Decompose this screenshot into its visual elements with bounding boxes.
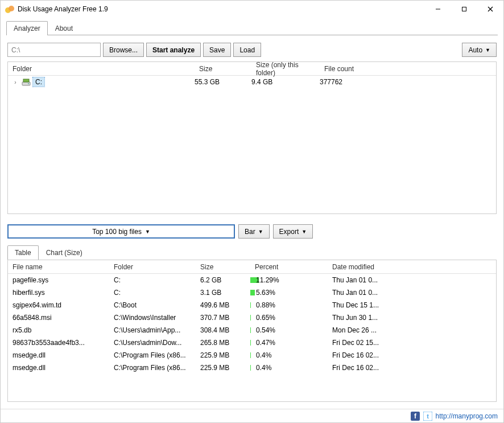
file-date: Mon Dec 26 ... [328, 326, 419, 334]
main-panel [6, 35, 498, 35]
file-row[interactable]: sgipex64.wim.tdC:\Boot499.6 MB0.88%Thu D… [8, 299, 496, 311]
file-date: Fri Dec 16 02... [328, 364, 419, 372]
tree-sizeonly: 9.4 GB [251, 78, 320, 86]
file-folder: C:\Boot [109, 301, 196, 309]
file-row[interactable]: rx5.dbC:\Users\admin\App...308.4 MB0.54%… [8, 324, 496, 336]
auto-dropdown[interactable]: Auto▼ [462, 43, 497, 57]
file-name: 98637b3553aade4fb3... [8, 339, 109, 347]
svg-rect-7 [23, 79, 29, 82]
file-size: 265.8 MB [196, 339, 250, 347]
file-folder: C:\Windows\Installer [109, 314, 196, 322]
load-button[interactable]: Load [233, 43, 261, 57]
file-name: msedge.dll [8, 351, 109, 359]
subtab-table[interactable]: Table [7, 245, 39, 260]
file-name: msedge.dll [8, 364, 109, 372]
file-date: Fri Dec 02 15... [328, 339, 419, 347]
file-folder: C:\Program Files (x86... [109, 351, 196, 359]
col-size[interactable]: Size [195, 65, 251, 73]
file-size: 3.1 GB [196, 289, 250, 297]
close-button[interactable] [477, 1, 503, 18]
file-date: Thu Jan 01 0... [328, 289, 419, 297]
chevron-down-icon: ▼ [258, 229, 263, 235]
folder-tree-panel: Folder Size Size (only this folder) File… [7, 61, 497, 214]
file-percent: 0.88% [250, 301, 328, 309]
export-dropdown[interactable]: Export▼ [273, 224, 313, 239]
facebook-icon[interactable]: f [411, 412, 420, 421]
file-folder: C:\Users\admin\Dow... [109, 339, 196, 347]
file-size: 6.2 GB [196, 276, 250, 284]
file-body[interactable]: pagefile.sysC:6.2 GB11.29%Thu Jan 01 0..… [8, 274, 496, 374]
file-folder: C:\Users\admin\App... [109, 326, 196, 334]
chevron-down-icon: ▼ [145, 229, 150, 235]
file-size: 370.7 MB [196, 314, 250, 322]
file-percent: 0.47% [250, 339, 328, 347]
file-name: rx5.db [8, 326, 109, 334]
titlebar: Disk Usage Analyzer Free 1.9 [1, 1, 503, 18]
window-title: Disk Usage Analyzer Free 1.9 [18, 5, 425, 13]
file-date: Thu Jan 01 0... [328, 276, 419, 284]
top-toolbar: Browse... Start analyze Save Load Auto▼ [7, 43, 497, 57]
browse-button[interactable]: Browse... [103, 43, 144, 57]
file-folder: C:\Program Files (x86... [109, 364, 196, 372]
homepage-link[interactable]: http://manyprog.com [436, 412, 498, 420]
col-folder[interactable]: Folder [8, 65, 195, 73]
file-date: Thu Jun 30 1... [328, 314, 419, 322]
tab-analyzer[interactable]: Analyzer [6, 21, 48, 35]
file-percent: 0.4% [250, 351, 328, 359]
content-area: Browse... Start analyze Save Load Auto▼ … [1, 36, 503, 409]
file-percent: 0.4% [250, 364, 328, 372]
mid-toolbar: Top 100 big files▼ Bar▼ Export▼ [7, 224, 497, 239]
file-date: Fri Dec 16 02... [328, 351, 419, 359]
fcol-name[interactable]: File name [8, 263, 109, 271]
chevron-down-icon: ▼ [301, 229, 307, 235]
subtab-chart[interactable]: Chart (Size) [39, 245, 90, 260]
col-count[interactable]: File count [320, 65, 377, 73]
file-row[interactable]: pagefile.sysC:6.2 GB11.29%Thu Jan 01 0..… [8, 274, 496, 286]
top100-dropdown[interactable]: Top 100 big files▼ [7, 224, 235, 239]
file-name: 66a5848.msi [8, 314, 109, 322]
fcol-percent[interactable]: Percent [250, 263, 328, 271]
drive-icon [22, 77, 31, 87]
file-percent: 0.54% [250, 326, 328, 334]
file-percent: 0.65% [250, 314, 328, 322]
col-sizeonly[interactable]: Size (only this folder) [251, 61, 320, 77]
file-percent: 11.29% [250, 276, 328, 284]
file-row[interactable]: 98637b3553aade4fb3...C:\Users\admin\Dow.… [8, 336, 496, 349]
tab-about[interactable]: About [48, 21, 80, 35]
file-folder: C: [109, 276, 196, 284]
twitter-icon[interactable]: t [423, 412, 432, 421]
path-input[interactable] [7, 43, 101, 57]
maximize-button[interactable] [451, 1, 477, 18]
tree-row[interactable]: ›C:55.3 GB9.4 GB377762 [8, 76, 496, 88]
svg-point-8 [28, 83, 29, 84]
minimize-button[interactable] [425, 1, 451, 18]
sub-tab-strip: Table Chart (Size) [7, 245, 497, 260]
file-size: 308.4 MB [196, 326, 250, 334]
file-size: 499.6 MB [196, 301, 250, 309]
file-row[interactable]: msedge.dllC:\Program Files (x86...225.9 … [8, 349, 496, 362]
start-analyze-button[interactable]: Start analyze [146, 43, 201, 57]
bar-label: Bar [245, 228, 255, 236]
tree-body: ›C:55.3 GB9.4 GB377762 [8, 76, 496, 88]
fcol-date[interactable]: Date modified [328, 263, 419, 271]
fcol-size[interactable]: Size [196, 263, 250, 271]
file-name: pagefile.sys [8, 276, 109, 284]
fcol-folder[interactable]: Folder [109, 263, 196, 271]
tree-label: C: [33, 77, 44, 87]
tree-count: 377762 [320, 78, 377, 86]
bar-dropdown[interactable]: Bar▼ [238, 224, 270, 239]
file-date: Thu Dec 15 1... [328, 301, 419, 309]
save-button[interactable]: Save [203, 43, 231, 57]
file-list-panel: File name Folder Size Percent Date modif… [7, 260, 497, 402]
expand-icon[interactable]: › [11, 79, 19, 85]
file-folder: C: [109, 289, 196, 297]
main-tab-strip: Analyzer About [1, 21, 503, 35]
svg-text:t: t [427, 413, 429, 420]
tree-header: Folder Size Size (only this folder) File… [8, 62, 496, 76]
file-row[interactable]: 66a5848.msiC:\Windows\Installer370.7 MB0… [8, 311, 496, 324]
auto-label: Auto [468, 46, 482, 54]
file-size: 225.9 MB [196, 364, 250, 372]
svg-rect-3 [462, 7, 466, 11]
file-row[interactable]: hiberfil.sysC:3.1 GB5.63%Thu Jan 01 0... [8, 286, 496, 299]
file-row[interactable]: msedge.dllC:\Program Files (x86...225.9 … [8, 362, 496, 374]
